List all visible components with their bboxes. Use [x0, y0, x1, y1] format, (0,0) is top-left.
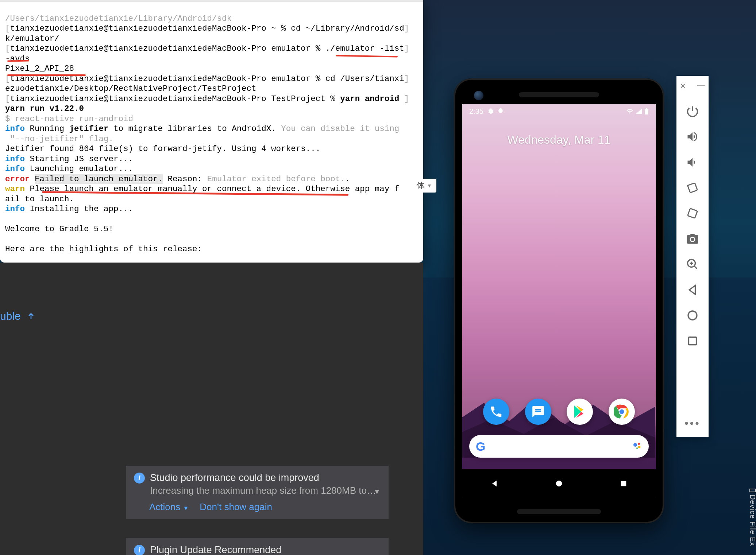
language-label: 体: [417, 180, 425, 191]
log-tag-warn: warn: [5, 184, 25, 194]
status-bar[interactable]: 2:35: [462, 104, 656, 119]
chevron-down-icon: ▼: [183, 505, 189, 511]
terminal-prompt: $: [5, 114, 15, 124]
gear-icon: [487, 108, 494, 115]
chrome-app-icon[interactable]: [609, 399, 635, 425]
back-button[interactable]: [489, 478, 500, 489]
notification-subtitle: Increasing the maximum heap size from 12…: [150, 485, 381, 496]
device-screen[interactable]: 2:35 Wednesday, Mar 11: [462, 104, 656, 498]
phone-app-icon[interactable]: [483, 399, 509, 425]
debug-icon: [497, 108, 504, 115]
minimize-button[interactable]: —: [697, 80, 705, 92]
annotation-underline: [7, 74, 86, 76]
terminal-line-bracket: [: [5, 24, 10, 33]
nav-home-button[interactable]: [685, 308, 700, 323]
terminal-line: Welcome to Gradle 5.5!: [5, 224, 113, 234]
notification-actions-link[interactable]: Actions ▼: [149, 501, 189, 513]
device-speaker: [519, 92, 599, 97]
power-button[interactable]: [685, 104, 700, 119]
svg-rect-15: [689, 337, 697, 345]
log-tag-error: error: [5, 174, 30, 184]
error-message: Failed to launch emulator.: [35, 174, 163, 184]
terminal-line: jetifier: [69, 124, 109, 133]
notification-title: Plugin Update Recommended: [150, 544, 281, 555]
annotation-underline: [336, 55, 398, 58]
terminal-line: ail to launch.: [5, 194, 74, 204]
terminal-line: -avds: [5, 54, 30, 63]
svg-rect-12: [688, 209, 698, 218]
overview-button[interactable]: [618, 478, 629, 489]
terminal-output[interactable]: /Users/tianxiezuodetianxie/Library/Andro…: [0, 0, 423, 263]
device-camera: [474, 91, 483, 100]
emulator-toolbar: × — •••: [676, 76, 709, 437]
terminal-line: You can disable it using: [281, 124, 399, 133]
svg-rect-11: [688, 183, 698, 193]
language-selector[interactable]: 体 ▼: [412, 179, 436, 193]
log-tag-info: info: [5, 164, 25, 174]
terminal-line: Here are the highlights of this release:: [5, 244, 202, 254]
more-options-button[interactable]: •••: [684, 417, 701, 430]
zoom-button[interactable]: [685, 257, 700, 272]
assistant-icon[interactable]: [632, 440, 642, 452]
terminal-line: to migrate libraries to AndroidX.: [109, 124, 281, 133]
home-button[interactable]: [553, 478, 565, 489]
svg-rect-0: [645, 109, 648, 115]
chevron-down-icon: ▼: [427, 183, 432, 189]
terminal-line: ezuodetianxie/Desktop/RectNativeProject/…: [5, 84, 256, 93]
terminal-line: Pixel_2_API_28: [5, 64, 74, 73]
close-button[interactable]: ×: [680, 80, 686, 92]
terminal-line: Jetifier found 864 file(s) to forward-je…: [5, 144, 320, 154]
terminal-window: TestProject — -zsh — 80×24 /Users/tianxi…: [0, 0, 423, 263]
terminal-line: Emulator exited before boot.: [207, 174, 345, 184]
notification-dismiss-link[interactable]: Don't show again: [200, 501, 272, 513]
rotate-right-button[interactable]: [685, 206, 700, 221]
navigation-bar: [462, 469, 656, 498]
log-tag-info: info: [5, 124, 25, 133]
terminal-line: Launching emulator...: [25, 164, 133, 174]
terminal-line: tianxiezuodetianxie@tianxiezuodetianxied…: [10, 44, 404, 53]
home-date: Wednesday, Mar 11: [462, 133, 656, 147]
volume-down-button[interactable]: [685, 155, 700, 170]
partial-link[interactable]: uble: [0, 310, 35, 322]
svg-point-14: [688, 311, 697, 320]
terminal-line-bracket: ]: [404, 24, 409, 33]
svg-point-6: [638, 443, 640, 445]
device-speaker: [517, 509, 601, 514]
terminal-line: k/emulator/: [5, 34, 59, 43]
svg-rect-10: [621, 481, 626, 486]
terminal-line: "--no-jetifier" flag.: [5, 134, 113, 144]
terminal-line: /Users/tianxiezuodetianxie/Library/Andro…: [5, 14, 232, 23]
svg-point-7: [638, 446, 640, 448]
svg-rect-1: [646, 108, 647, 109]
info-icon: i: [134, 545, 145, 555]
terminal-line: .: [345, 174, 350, 184]
nav-back-button[interactable]: [685, 283, 700, 297]
terminal-line: Installing the app...: [25, 204, 133, 214]
android-emulator: 2:35 Wednesday, Mar 11: [454, 78, 664, 523]
google-logo: G: [476, 439, 485, 454]
terminal-cmd: yarn android: [340, 94, 404, 104]
status-time: 2:35: [469, 107, 483, 116]
terminal-line: [30, 174, 35, 184]
rotate-left-button[interactable]: [685, 181, 700, 195]
app-dock: [462, 399, 656, 425]
terminal-line: Starting JS server...: [25, 154, 133, 164]
screenshot-button[interactable]: [685, 232, 700, 246]
terminal-line: yarn run v1.22.0: [5, 104, 84, 113]
svg-point-8: [636, 447, 638, 449]
log-tag-info: info: [5, 204, 25, 214]
volume-up-button[interactable]: [685, 129, 700, 144]
messages-app-icon[interactable]: [525, 399, 551, 425]
google-search-bar[interactable]: G: [469, 435, 649, 458]
play-store-app-icon[interactable]: [567, 399, 593, 425]
arrow-up-icon: [27, 312, 35, 321]
nav-overview-button[interactable]: [685, 334, 700, 348]
notification-title: Studio performance could be improved: [150, 472, 319, 484]
panel-icon: [749, 489, 756, 492]
notification-performance[interactable]: i Studio performance could be improved I…: [126, 466, 389, 519]
notification-plugin-update[interactable]: i Plugin Update Recommended: [126, 538, 389, 555]
side-panel-tab[interactable]: Device File Ex: [748, 489, 756, 546]
svg-point-9: [556, 481, 562, 487]
chevron-down-icon[interactable]: ▼: [373, 488, 381, 496]
info-icon: i: [134, 473, 145, 484]
